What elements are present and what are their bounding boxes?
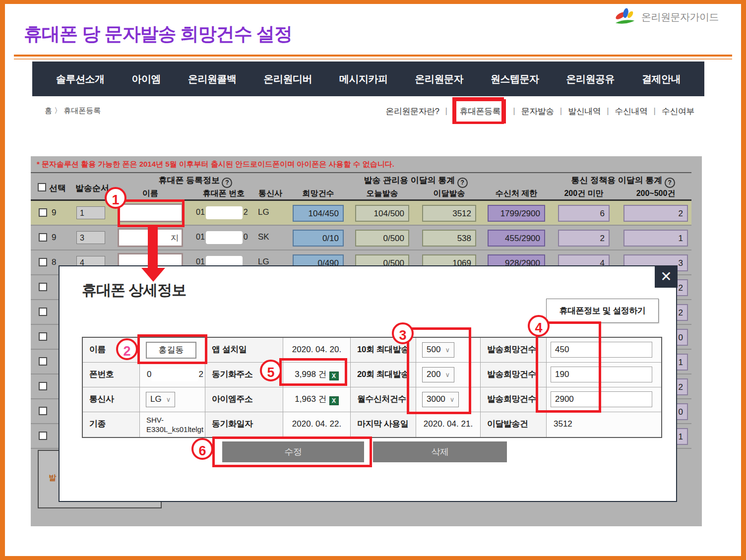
row-checkbox[interactable] bbox=[39, 258, 47, 266]
modal-title: 휴대폰 상세정보 bbox=[82, 280, 186, 301]
detail-value: 1,963 건X bbox=[283, 387, 351, 412]
count-text: 3,998 건 bbox=[295, 370, 326, 379]
dropdown[interactable]: 200∨ bbox=[422, 367, 454, 382]
select-all-checkbox[interactable] bbox=[38, 183, 46, 191]
hope-count-input[interactable]: 190 bbox=[551, 367, 652, 382]
subheader-limit: 수신처 제한 bbox=[488, 188, 545, 199]
dropdown[interactable]: 3000∨ bbox=[422, 392, 459, 407]
phone-number: 012 bbox=[196, 206, 254, 219]
between-200-500-cell: 2 bbox=[623, 205, 688, 222]
receiver-limit-cell: 455/2900 bbox=[488, 230, 545, 247]
help-icon[interactable]: ? bbox=[665, 178, 675, 188]
header-reg-info: 휴대폰 등록정보? bbox=[143, 175, 248, 188]
separator: | bbox=[607, 106, 609, 116]
detail-value: 홍길동 bbox=[140, 338, 205, 363]
divider-rule-thin bbox=[14, 59, 732, 60]
detail-value: 02 bbox=[140, 363, 205, 387]
brand: 온리원문자가이드 bbox=[614, 7, 719, 27]
nav-item[interactable]: 결제안내 bbox=[642, 72, 681, 86]
month-sent-cell: 3512 bbox=[422, 205, 476, 222]
subnav-item[interactable]: 수신내역 bbox=[615, 106, 648, 117]
dropdown[interactable]: 500∨ bbox=[422, 342, 454, 358]
row-checkbox[interactable] bbox=[39, 357, 47, 366]
subnav-item[interactable]: 휴대폰등록 bbox=[454, 99, 506, 124]
subnav-item[interactable]: 문자발송 bbox=[521, 106, 554, 117]
close-icon[interactable]: ✕ bbox=[655, 265, 678, 288]
detail-label: 10회 최대발송 bbox=[351, 338, 416, 363]
row-select-number: 9 bbox=[52, 208, 56, 218]
carrier-label: SK bbox=[258, 232, 269, 242]
month-sent-cell: 538 bbox=[422, 230, 476, 247]
name-input[interactable]: 홍길동 bbox=[146, 342, 196, 359]
separator: | bbox=[654, 106, 656, 116]
nav-item[interactable]: 솔루션소개 bbox=[56, 72, 105, 86]
phone-prefix: 01 bbox=[196, 208, 205, 216]
nav-item[interactable]: 온리원문자 bbox=[415, 72, 464, 86]
hope-count-input[interactable]: 2900 bbox=[551, 391, 652, 407]
frame-top bbox=[0, 0, 746, 4]
phone-settings-button[interactable]: 휴대폰정보 및 설정하기 bbox=[546, 299, 659, 323]
excel-icon[interactable]: X bbox=[329, 396, 339, 405]
subheader-hope: 희망건수 bbox=[293, 188, 344, 199]
table-warning: * 문자솔루션 활용 가능한 폰은 2014년 5월 이후부터 출시된 안드로이… bbox=[37, 160, 394, 169]
frame-left bbox=[0, 0, 5, 560]
row-checkbox[interactable] bbox=[39, 233, 47, 242]
help-icon[interactable]: ? bbox=[457, 178, 468, 188]
delete-button[interactable]: 삭제 bbox=[373, 441, 507, 462]
detail-value: 450 bbox=[547, 338, 661, 363]
subnav: 온리원문자란?|휴대폰등록|문자발송|발신내역|수신내역|수신여부 bbox=[385, 97, 694, 125]
nav-item[interactable]: 아이엠 bbox=[132, 72, 161, 86]
subnav-item[interactable]: 수신여부 bbox=[662, 106, 694, 117]
divider-rule bbox=[14, 55, 732, 57]
row-checkbox[interactable] bbox=[39, 283, 47, 291]
subnav-item[interactable]: 온리원문자란? bbox=[385, 106, 439, 117]
detail-label: 월수신처건수 bbox=[351, 387, 416, 412]
order-input[interactable]: 1 bbox=[76, 206, 105, 219]
subnav-item[interactable]: 발신내역 bbox=[568, 106, 601, 117]
phone-suffix: 0 bbox=[244, 233, 248, 241]
phone-number: 010 bbox=[196, 231, 254, 244]
detail-value: 3000∨ bbox=[416, 387, 481, 412]
table-row: 93지010SK0/100/500538455/290021 bbox=[31, 226, 691, 250]
step-arrow-head bbox=[141, 268, 165, 282]
detail-value: 2020. 04. 22. bbox=[283, 412, 351, 437]
nav-item[interactable]: 메시지카피 bbox=[339, 72, 388, 86]
name-field bbox=[118, 203, 183, 222]
brand-text: 온리원문자가이드 bbox=[641, 10, 719, 24]
row-checkbox[interactable] bbox=[39, 382, 47, 390]
row-checkbox[interactable] bbox=[39, 308, 47, 316]
detail-label: 발송희망건수 bbox=[481, 363, 547, 387]
row-select-number: 8 bbox=[52, 257, 56, 267]
brand-logo-icon bbox=[614, 7, 636, 27]
row-checkbox[interactable] bbox=[39, 407, 47, 415]
under-200-cell: 2 bbox=[558, 230, 610, 247]
excel-icon[interactable]: X bbox=[329, 372, 339, 380]
nav-item[interactable]: 온리원콜백 bbox=[188, 72, 237, 86]
nav-item[interactable]: 온리원디버 bbox=[264, 72, 312, 86]
row-checkbox[interactable] bbox=[39, 332, 47, 341]
nav-item[interactable]: 온리원공유 bbox=[566, 72, 615, 86]
dropdown[interactable]: LG∨ bbox=[146, 392, 175, 407]
help-icon[interactable]: ? bbox=[222, 178, 232, 188]
nav-item[interactable]: 원스텝문자 bbox=[491, 72, 539, 86]
phone-prefix: 01 bbox=[196, 233, 205, 241]
hope-count-cell: 0/10 bbox=[293, 230, 344, 247]
phone-prefix: 0 bbox=[147, 370, 151, 379]
chevron-down-icon: ∨ bbox=[445, 346, 450, 354]
row-checkbox[interactable] bbox=[39, 208, 47, 217]
separator: | bbox=[513, 106, 515, 116]
subheader-carrier: 통신사 bbox=[251, 188, 289, 199]
detail-label: 폰번호 bbox=[83, 363, 140, 387]
hope-count-input[interactable]: 450 bbox=[551, 342, 652, 358]
detail-label: 기종 bbox=[83, 412, 140, 437]
phone-blur bbox=[206, 206, 243, 219]
detail-label: 발송희망건수 bbox=[481, 387, 547, 412]
order-input[interactable]: 3 bbox=[76, 231, 105, 244]
edit-button[interactable]: 수정 bbox=[222, 441, 364, 462]
hope-count-cell: 104/450 bbox=[293, 205, 344, 222]
row-checkbox[interactable] bbox=[39, 432, 47, 440]
between-200-500-cell: 1 bbox=[623, 230, 688, 247]
frame-bottom bbox=[0, 556, 746, 560]
breadcrumb: 홈 〉 휴대폰등록 bbox=[45, 106, 101, 116]
header-select: 선택 bbox=[49, 183, 66, 194]
